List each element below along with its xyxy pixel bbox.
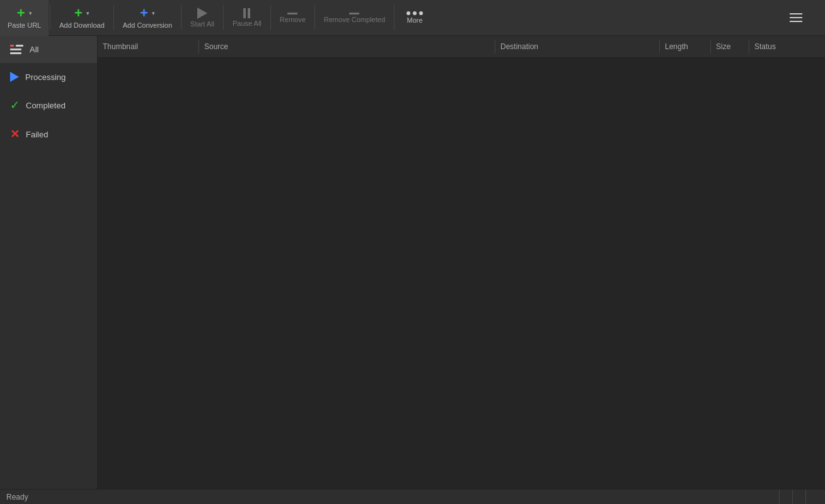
add-conversion-plus-icon: + [140, 6, 148, 20]
col-header-size: Size [711, 42, 749, 51]
content-area: Thumbnail Source Destination Length Size… [98, 36, 825, 489]
check-green-icon: ✓ [10, 100, 20, 111]
add-download-label: Add Download [59, 21, 105, 29]
add-conversion-label: Add Conversion [123, 21, 172, 29]
sidebar-completed-label: Completed [26, 101, 66, 110]
add-download-button[interactable]: + ▾ Add Download [52, 0, 112, 36]
add-conversion-button[interactable]: + ▾ Add Conversion [115, 0, 180, 36]
col-header-destination: Destination [495, 42, 659, 51]
more-dots-icon [407, 11, 423, 15]
table-header: Thumbnail Source Destination Length Size… [98, 36, 825, 58]
hamburger-menu-button[interactable] [777, 0, 815, 36]
paste-url-label: Paste URL [8, 21, 41, 29]
sidebar-processing-label: Processing [25, 72, 66, 82]
add-download-plus-icon: + [74, 6, 83, 20]
toolbar-sep-5 [270, 5, 271, 30]
x-red-icon: ✕ [10, 129, 20, 140]
sidebar-all-label: All [30, 45, 38, 54]
play-blue-icon [10, 72, 19, 82]
sidebar-item-completed[interactable]: ✓ Completed [0, 91, 97, 120]
sidebar-item-processing[interactable]: Processing [0, 63, 97, 91]
more-button[interactable]: More [396, 0, 434, 36]
statusbar-seg-3 [805, 490, 819, 505]
statusbar-seg-1 [779, 490, 792, 505]
toolbar: + ▾ Paste URL + ▾ Add Download + ▾ Add C… [0, 0, 825, 36]
statusbar-right [779, 490, 819, 505]
start-all-button[interactable]: Start All [183, 0, 222, 36]
sidebar: All Processing ✓ Completed ✕ Failed [0, 36, 98, 489]
col-header-status: Status [749, 42, 825, 51]
toolbar-sep-3 [181, 5, 182, 30]
toolbar-sep-1 [50, 5, 50, 30]
remove-completed-label: Remove Completed [324, 16, 385, 23]
toolbar-right [777, 0, 825, 36]
table-body [98, 58, 825, 489]
pause-all-icon [243, 8, 250, 18]
statusbar: Ready [0, 489, 825, 504]
sidebar-failed-label: Failed [26, 130, 48, 139]
sidebar-item-all[interactable]: All [0, 36, 97, 63]
paste-url-dropdown-arrow: ▾ [29, 10, 32, 16]
col-header-length: Length [660, 42, 710, 51]
sidebar-item-failed[interactable]: ✕ Failed [0, 120, 97, 149]
main-area: All Processing ✓ Completed ✕ Failed Thum… [0, 36, 825, 489]
pause-all-button[interactable]: Pause All [225, 0, 269, 36]
paste-url-button[interactable]: + ▾ Paste URL [0, 0, 49, 36]
statusbar-ready: Ready [6, 493, 28, 501]
remove-icon [287, 13, 297, 14]
col-header-thumbnail: Thumbnail [98, 42, 199, 51]
statusbar-seg-2 [792, 490, 805, 505]
start-all-play-icon [197, 8, 207, 19]
remove-button[interactable]: Remove [272, 0, 313, 36]
hamburger-icon [790, 13, 802, 22]
start-all-label: Start All [190, 20, 214, 28]
plus-green-icon: + [17, 6, 25, 20]
add-conversion-dropdown-arrow: ▾ [152, 10, 155, 16]
remove-label: Remove [280, 16, 306, 23]
more-label: More [407, 16, 422, 24]
col-header-source: Source [199, 42, 495, 51]
pause-all-label: Pause All [233, 20, 262, 27]
toolbar-sep-7 [394, 5, 395, 30]
remove-completed-icon [349, 13, 359, 14]
toolbar-sep-2 [113, 5, 114, 30]
remove-completed-button[interactable]: Remove Completed [316, 0, 393, 36]
all-icon [10, 45, 23, 54]
toolbar-sep-4 [223, 5, 224, 30]
add-download-dropdown-arrow: ▾ [86, 10, 89, 16]
toolbar-sep-6 [314, 5, 315, 30]
